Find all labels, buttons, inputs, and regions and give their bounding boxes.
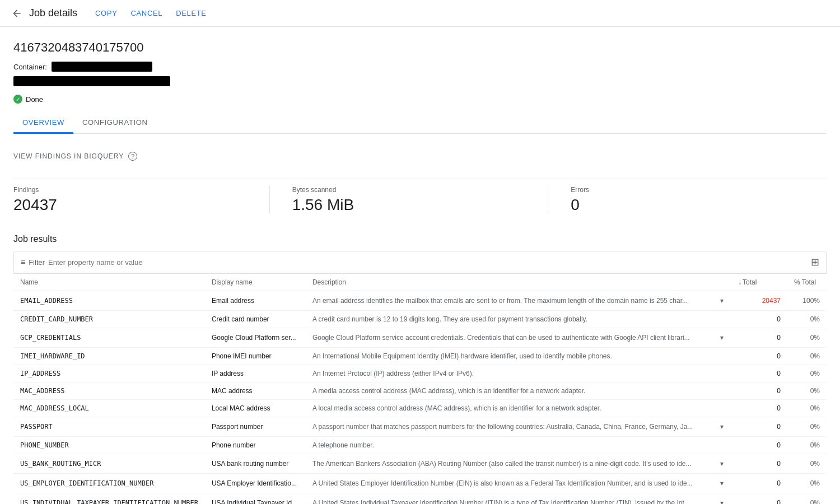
cell-total: 0 [731,382,787,400]
table-row: CREDIT_CARD_NUMBERCredit card numberA cr… [13,311,827,328]
cell-name: IP_ADDRESS [13,365,205,382]
table-row: MAC_ADDRESSMAC addressA media access con… [13,382,827,400]
tab-configuration[interactable]: CONFIGURATION [73,113,157,134]
job-results-title: Job results [13,234,827,244]
back-button[interactable] [9,6,25,21]
table-row: GCP_CREDENTIALSGoogle Cloud Platform ser… [13,328,827,348]
stat-bytes-value: 1.56 MiB [292,196,539,214]
th-expand [712,274,731,291]
cell-description: A local media access control address (MA… [306,400,712,417]
cell-expand[interactable]: ▾ [712,417,731,437]
cell-name: US_EMPLOYER_IDENTIFICATION_NUMBER [13,474,205,493]
table-row: IP_ADDRESSIP addressAn Internet Protocol… [13,365,827,382]
top-nav: Job details COPY CANCEL DELETE [0,0,840,27]
cell-description: A United States Individual Taxpayer Iden… [306,493,712,505]
table-row: IMEI_HARDWARE_IDPhone IMEI numberAn Inte… [13,348,827,365]
cell-expand[interactable]: ▾ [712,454,731,474]
filter-bar: ≡ Filter ⊞ [13,251,827,273]
expand-button[interactable]: ▾ [719,478,725,488]
cell-display: USA Individual Taxpayer Id... [205,493,306,505]
results-table: Name Display name Description ↓ Total % … [13,273,827,504]
cell-expand[interactable]: ▾ [712,493,731,505]
container-row: Container: [13,62,827,72]
container-path [13,76,827,95]
cell-description: The American Bankers Association (ABA) R… [306,454,712,474]
container-label: Container: [13,63,47,71]
expand-button[interactable]: ▾ [719,296,725,306]
copy-button[interactable]: COPY [91,7,122,20]
table-row: PHONE_NUMBERPhone numberA telephone numb… [13,437,827,454]
columns-icon[interactable]: ⊞ [811,256,819,268]
page-content: 4167320483740175700 Container: ✓ Done OV… [0,27,840,504]
th-name: Name [13,274,205,291]
cell-display: Google Cloud Platform ser... [205,328,306,348]
tabs: OVERVIEW CONFIGURATION [13,113,827,134]
cell-name: US_INDIVIDUAL_TAXPAYER_IDENTIFICATION_NU… [13,493,205,505]
container-path-bar [13,76,170,86]
cell-expand[interactable]: ▾ [712,474,731,493]
cell-display: Passport number [205,417,306,437]
table-row: MAC_ADDRESS_LOCALLocal MAC addressA loca… [13,400,827,417]
cell-pct: 0% [787,311,827,328]
cell-name: MAC_ADDRESS [13,382,205,400]
cancel-button[interactable]: CANCEL [127,7,167,20]
table-row: US_EMPLOYER_IDENTIFICATION_NUMBERUSA Emp… [13,474,827,493]
cell-display: Email address [205,291,306,311]
cell-pct: 0% [787,437,827,454]
th-display: Display name [205,274,306,291]
cell-name: GCP_CREDENTIALS [13,328,205,348]
cell-total: 0 [731,417,787,437]
page-title: Job details [29,7,77,19]
cell-total: 0 [731,400,787,417]
cell-display: USA bank routing number [205,454,306,474]
stat-errors-value: 0 [571,196,818,214]
job-id: 4167320483740175700 [13,40,827,55]
cell-expand[interactable]: ▾ [712,291,731,311]
delete-button[interactable]: DELETE [171,7,211,20]
cell-description: A United States Employer Identification … [306,474,712,493]
filter-icon: ≡ [21,258,25,267]
filter-label: Filter [29,258,45,267]
container-value [52,62,152,72]
th-total[interactable]: ↓ Total [731,274,787,291]
cell-total: 0 [731,474,787,493]
stat-findings: Findings 20437 [13,186,270,214]
stat-errors: Errors 0 [571,186,827,214]
cell-display: Local MAC address [205,400,306,417]
cell-display: Phone number [205,437,306,454]
cell-description: A telephone number. [306,437,712,454]
expand-button[interactable]: ▾ [719,459,725,469]
cell-pct: 0% [787,328,827,348]
cell-expand[interactable]: ▾ [712,328,731,348]
expand-button[interactable]: ▾ [719,422,725,432]
cell-pct: 0% [787,454,827,474]
help-icon[interactable]: ? [128,152,137,161]
bigquery-link[interactable]: VIEW FINDINGS IN BIGQUERY [13,152,124,160]
status-text: Done [26,95,43,104]
cell-description: Google Cloud Platform service account cr… [306,328,712,348]
expand-button[interactable]: ▾ [719,333,725,343]
cell-description: A media access control address (MAC addr… [306,382,712,400]
cell-pct: 0% [787,474,827,493]
cell-pct: 0% [787,382,827,400]
filter-input[interactable] [48,258,160,267]
cell-expand [712,365,731,382]
expand-button[interactable]: ▾ [719,498,725,504]
cell-total: 20437 [731,291,787,311]
stats-row: Findings 20437 Bytes scanned 1.56 MiB Er… [13,179,827,225]
cell-total: 0 [731,365,787,382]
cell-display: Credit card number [205,311,306,328]
cell-pct: 0% [787,348,827,365]
cell-display: MAC address [205,382,306,400]
stat-bytes-label: Bytes scanned [292,186,539,194]
cell-description: A credit card number is 12 to 19 digits … [306,311,712,328]
cell-pct: 100% [787,291,827,311]
cell-pct: 0% [787,493,827,505]
cell-description: An Internet Protocol (IP) address (eithe… [306,365,712,382]
cell-expand [712,400,731,417]
tab-overview[interactable]: OVERVIEW [13,113,73,134]
stat-findings-label: Findings [13,186,260,194]
cell-total: 0 [731,493,787,505]
th-description: Description [306,274,712,291]
cell-total: 0 [731,328,787,348]
